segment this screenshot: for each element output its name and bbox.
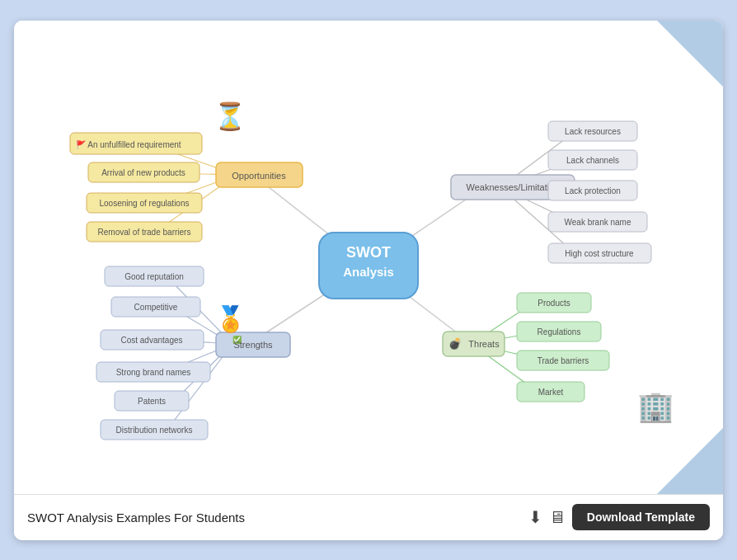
svg-text:Patents: Patents [138,397,166,406]
svg-text:Strong brand names: Strong brand names [116,368,191,377]
svg-text:Lack resources: Lack resources [565,127,621,136]
svg-text:Market: Market [538,388,564,397]
svg-text:Loosening of regulations: Loosening of regulations [100,199,190,208]
svg-text:Trade barriers: Trade barriers [537,356,589,365]
monitor-icon-btn[interactable]: 🖥 [549,508,566,527]
svg-text:Cost advantages: Cost advantages [120,336,182,345]
svg-text:Opportunities: Opportunities [232,171,286,181]
svg-text:Competitive: Competitive [134,303,178,312]
svg-text:Good reputation: Good reputation [124,272,184,281]
svg-text:Lack channels: Lack channels [566,156,619,165]
svg-text:Arrival of new products: Arrival of new products [101,168,185,177]
svg-text:Regulations: Regulations [537,327,581,336]
svg-text:💣: 💣 [448,336,462,351]
svg-text:Weaknesses/Limitation: Weaknesses/Limitation [467,182,560,192]
svg-text:Products: Products [537,299,570,308]
page-title: SWOT Analysis Examples For Students [27,511,245,525]
svg-text:⏳: ⏳ [214,101,246,132]
decorative-triangle-tr [657,21,723,87]
svg-text:Threats: Threats [468,339,500,349]
svg-text:SWOT: SWOT [346,244,391,261]
download-icon-btn[interactable]: ⬇ [528,507,542,527]
decorative-triangle-br [657,428,723,494]
svg-text:Lack protection: Lack protection [565,186,621,195]
svg-text:Weak brank name: Weak brank name [565,218,631,227]
svg-text:High cost structure: High cost structure [565,249,634,258]
svg-text:Strengths: Strengths [233,340,273,350]
svg-text:🚩 An unfulfilled requirement: 🚩 An unfulfilled requirement [76,139,181,150]
svg-text:Analysis: Analysis [343,265,394,279]
swot-diagram: SWOT Analysis Opportunities ⏳ 🚩 An unful… [14,21,723,494]
svg-text:Removal of trade barriers: Removal of trade barriers [98,228,191,237]
main-card: SWOT Analysis Opportunities ⏳ 🚩 An unful… [14,21,723,540]
download-template-button[interactable]: Download Template [572,504,710,530]
diagram-area: SWOT Analysis Opportunities ⏳ 🚩 An unful… [14,21,723,494]
bottom-bar: SWOT Analysis Examples For Students ⬇ 🖥 … [14,494,723,540]
svg-text:🏅: 🏅 [215,304,246,334]
svg-text:Distribution networks: Distribution networks [116,426,193,435]
svg-text:🏢: 🏢 [637,388,674,424]
action-buttons: ⬇ 🖥 Download Template [528,504,710,530]
